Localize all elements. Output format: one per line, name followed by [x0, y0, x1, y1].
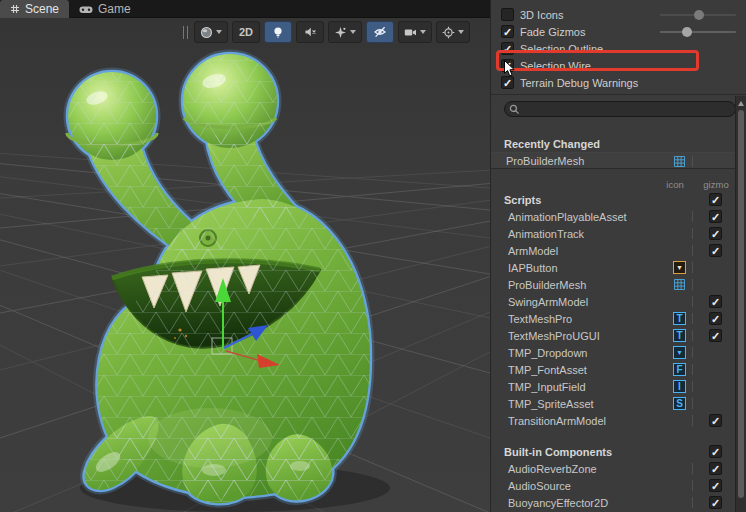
gizmo-slider[interactable] — [660, 9, 736, 21]
scrollbar-thumb[interactable] — [738, 110, 744, 498]
gizmos-menu-button[interactable] — [436, 21, 470, 43]
column-divider — [692, 330, 693, 341]
column-divider — [692, 279, 693, 290]
check-icon: ✓ — [503, 61, 512, 71]
check-icon: ✓ — [711, 498, 720, 508]
list-item: ArmModel✓ — [491, 242, 735, 259]
visibility-toggle-button[interactable] — [366, 21, 394, 43]
toggle-checkbox[interactable] — [501, 8, 514, 21]
list-item: AudioSource✓ — [491, 477, 735, 494]
iap-icon[interactable]: ▼ — [673, 261, 686, 274]
column-divider — [692, 296, 693, 307]
gizmo-toggle-row: 3D Icons — [491, 6, 746, 23]
column-divider — [692, 480, 693, 491]
scene-toolbar: 2D — [183, 21, 470, 43]
gizmo-toggle-row: ✓Selection Outline — [491, 40, 746, 57]
check-icon: ✓ — [503, 78, 512, 88]
column-divider — [692, 211, 693, 222]
toggle-checkbox[interactable]: ✓ — [501, 25, 514, 38]
effects-menu-button[interactable] — [328, 21, 362, 43]
tmp-icon[interactable]: T — [673, 329, 686, 342]
camera-menu-button[interactable] — [398, 21, 432, 43]
probuilder-icon[interactable] — [673, 278, 686, 291]
gizmo-checkbox[interactable]: ✓ — [709, 496, 722, 509]
probuilder-icon[interactable] — [673, 155, 686, 168]
tmp-icon[interactable]: T — [673, 312, 686, 325]
toggle-checkbox[interactable]: ✓ — [501, 76, 514, 89]
triangle-up-icon — [738, 101, 744, 106]
row-label: ArmModel — [508, 245, 558, 257]
tab-game[interactable]: Game — [69, 0, 141, 18]
tab-scene[interactable]: Scene — [0, 0, 69, 18]
check-icon: ✓ — [503, 44, 512, 54]
column-divider — [692, 313, 693, 324]
tmp-icon[interactable]: I — [673, 380, 686, 393]
check-icon: ✓ — [711, 195, 720, 205]
gizmo-toggle-row: ✓Fade Gizmos — [491, 23, 746, 40]
gizmo-checkbox[interactable]: ✓ — [709, 295, 722, 308]
tmp-icon[interactable]: S — [673, 397, 686, 410]
toolbar-drag-handle[interactable] — [183, 26, 188, 39]
row-label: BuoyancyEffector2D — [508, 497, 608, 509]
list-item: TMP_Dropdown▼ — [491, 344, 735, 361]
toggle-label: Terrain Debug Warnings — [520, 77, 638, 89]
gizmo-checkbox[interactable]: ✓ — [709, 462, 722, 475]
audio-toggle-button[interactable] — [296, 21, 324, 43]
gizmos-search-input[interactable] — [504, 101, 736, 117]
row-label: TMP_FontAsset — [508, 364, 587, 376]
shading-mode-button[interactable] — [194, 21, 228, 43]
list-item: TMP_FontAssetF — [491, 361, 735, 378]
panel-scrollbar[interactable] — [735, 96, 746, 512]
list-item: AnimationPlayableAsset✓ — [491, 208, 735, 225]
scene-viewport[interactable]: 2D — [0, 18, 490, 512]
probuilder-grid-icon — [673, 155, 686, 168]
row-label: ProBuilderMesh — [506, 155, 584, 167]
check-icon: ✓ — [711, 314, 720, 324]
render-sphere-icon — [200, 26, 213, 39]
list-item: TextMeshProT✓ — [491, 310, 735, 327]
chevron-down-icon — [420, 30, 426, 34]
gizmo-checkbox[interactable]: ✓ — [709, 227, 722, 240]
chevron-down-icon — [216, 30, 222, 34]
gizmo-checkbox[interactable]: ✓ — [709, 210, 722, 223]
toggle-checkbox[interactable]: ✓ — [501, 59, 514, 72]
gizmos-dropdown-panel: 3D Icons✓Fade Gizmos✓Selection Outline✓S… — [490, 0, 746, 512]
scene-canvas[interactable] — [0, 18, 490, 512]
row-label: TransitionArmModel — [508, 415, 606, 427]
row-label: IAPButton — [508, 262, 558, 274]
row-label: AudioSource — [508, 480, 571, 492]
camera-icon — [404, 27, 417, 38]
gizmo-checkbox[interactable]: ✓ — [709, 312, 722, 325]
list-item: AnimationTrack✓ — [491, 225, 735, 242]
row-label: AnimationPlayableAsset — [508, 211, 627, 223]
2d-label: 2D — [239, 26, 253, 38]
row-label: TMP_InputField — [508, 381, 586, 393]
slider-knob[interactable] — [694, 10, 704, 20]
2d-toggle-button[interactable]: 2D — [232, 21, 260, 43]
gizmo-crosshair-icon — [442, 26, 455, 39]
list-item: TextMeshProUGUIT✓ — [491, 327, 735, 344]
gizmo-slider[interactable] — [660, 26, 736, 38]
monster-model[interactable] — [67, 54, 390, 512]
gizmo-checkbox[interactable]: ✓ — [709, 414, 722, 427]
gizmo-checkbox[interactable]: ✓ — [709, 244, 722, 257]
builtin-master-checkbox[interactable]: ✓ — [709, 445, 722, 458]
recently-changed-list: ProBuilderMesh — [491, 152, 735, 169]
scripts-master-checkbox[interactable]: ✓ — [709, 193, 722, 206]
icon-glyph: ▼ — [676, 349, 683, 356]
lighting-toggle-button[interactable] — [264, 21, 292, 43]
slider-knob[interactable] — [682, 27, 692, 37]
scene-grid-icon — [10, 4, 20, 14]
tab-bar: Scene Game — [0, 0, 490, 18]
icon-glyph: S — [676, 398, 683, 408]
tmp-icon[interactable]: F — [673, 363, 686, 376]
gizmo-checkbox[interactable]: ✓ — [709, 329, 722, 342]
check-icon: ✓ — [711, 464, 720, 474]
toggle-checkbox[interactable]: ✓ — [501, 42, 514, 55]
icon-glyph: I — [678, 381, 681, 391]
gizmo-checkbox[interactable]: ✓ — [709, 479, 722, 492]
tmp-icon[interactable]: ▼ — [673, 346, 686, 359]
scroll-up-arrow[interactable] — [736, 98, 746, 108]
row-label: SwingArmModel — [508, 296, 588, 308]
audio-muted-icon — [304, 26, 317, 38]
